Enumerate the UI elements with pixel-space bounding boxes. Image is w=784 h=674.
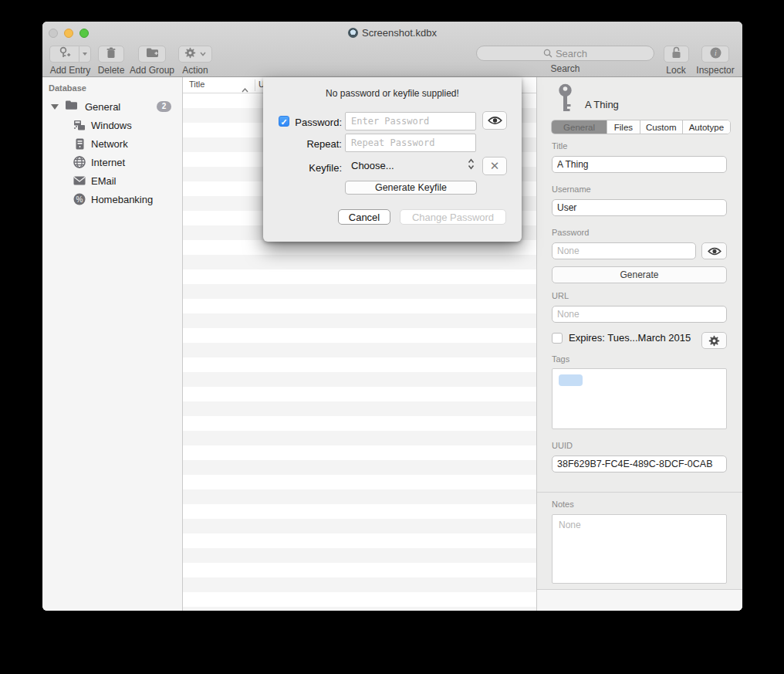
generate-password-button[interactable]: Generate	[552, 266, 727, 283]
delete-label: Delete	[98, 65, 125, 76]
lock-toolbar-item: Lock	[662, 46, 690, 76]
repeat-label: Repeat:	[265, 138, 342, 150]
search-icon	[543, 49, 553, 58]
inspector-button[interactable]: i	[701, 46, 729, 63]
folder-icon	[65, 100, 78, 113]
sidebar-item-label: General	[85, 101, 120, 113]
key-plus-icon	[59, 46, 71, 62]
eye-icon	[708, 247, 721, 256]
add-entry-dropdown[interactable]	[79, 46, 91, 63]
generate-keyfile-button[interactable]: Generate Keyfile	[345, 181, 477, 195]
cancel-button[interactable]: Cancel	[338, 209, 390, 225]
column-separator[interactable]	[255, 80, 255, 91]
add-entry-toolbar-item: Add Entry	[49, 46, 92, 76]
inspector-label: Inspector	[696, 65, 734, 76]
folder-plus-icon	[146, 47, 159, 61]
change-password-button[interactable]: Change Password	[400, 209, 506, 225]
svg-text:%: %	[76, 195, 83, 204]
tags-box[interactable]	[552, 368, 727, 429]
tab-general[interactable]: General	[552, 120, 607, 134]
add-entry-main[interactable]	[49, 46, 79, 63]
column-header-title[interactable]: Title	[189, 80, 204, 89]
password-field-label: Password	[552, 228, 589, 237]
uuid-field-label: UUID	[552, 441, 573, 450]
lock-open-icon	[671, 46, 682, 62]
action-toolbar-item: Action	[177, 46, 214, 76]
search-toolbar-item: Search Search	[476, 46, 654, 74]
sidebar-item-label: Network	[91, 138, 128, 150]
sidebar-item-internet[interactable]: Internet	[42, 153, 182, 171]
repeat-input[interactable]	[345, 134, 476, 152]
sheet-message: No password or keyfile supplied!	[263, 88, 522, 99]
disclosure-triangle-icon[interactable]	[51, 104, 59, 110]
tab-custom[interactable]: Custom	[640, 120, 683, 134]
add-group-label: Add Group	[130, 65, 174, 76]
inspector-tabs: General Files Custom Autotype	[551, 120, 731, 134]
entry-title: A Thing	[585, 99, 619, 110]
inspector-footer	[537, 590, 742, 611]
title-field-label: Title	[552, 141, 567, 151]
keyfile-popup[interactable]: Choose...	[351, 160, 394, 171]
expires-label: Expires: Tues...March 2015	[569, 332, 691, 344]
reveal-password-button[interactable]	[482, 111, 507, 130]
uuid-field[interactable]	[552, 456, 727, 472]
lock-label: Lock	[666, 65, 685, 76]
sidebar: Database General 2 Windows Network	[42, 77, 183, 611]
eye-icon	[488, 116, 502, 125]
sidebar-item-label: Windows	[91, 120, 132, 131]
entry-count-badge: 2	[157, 101, 171, 112]
tab-files[interactable]: Files	[607, 120, 640, 134]
search-label: Search	[550, 63, 580, 74]
tag-pill[interactable]	[559, 374, 583, 386]
expires-checkbox[interactable]	[552, 333, 563, 344]
add-group-button[interactable]	[138, 46, 166, 63]
sidebar-item-email[interactable]: EMail	[42, 171, 182, 190]
gear-icon	[184, 47, 196, 62]
divider	[537, 492, 742, 493]
sort-ascending-icon	[242, 82, 248, 96]
url-field[interactable]	[552, 306, 727, 323]
sidebar-item-label: Homebanking	[91, 194, 153, 205]
expires-settings-button[interactable]	[701, 332, 727, 349]
reveal-password-button[interactable]	[701, 242, 727, 259]
stepper-icon[interactable]	[468, 158, 475, 173]
change-password-sheet: No password or keyfile supplied! ✓ Passw…	[263, 77, 522, 242]
tab-autotype[interactable]: Autotype	[683, 120, 730, 134]
password-input[interactable]	[345, 112, 476, 130]
chevron-down-icon	[200, 52, 206, 56]
delete-toolbar-item: Delete	[95, 46, 127, 76]
lock-button[interactable]	[664, 46, 689, 63]
password-field[interactable]	[552, 242, 696, 259]
add-entry-button[interactable]	[49, 46, 91, 63]
delete-button[interactable]	[98, 46, 124, 63]
add-entry-label: Add Entry	[50, 65, 91, 76]
action-button[interactable]	[178, 46, 212, 63]
notes-box[interactable]: None	[552, 514, 727, 584]
sidebar-item-network[interactable]: Network	[42, 134, 182, 153]
svg-text:i: i	[715, 49, 717, 57]
clear-keyfile-button[interactable]: ✕	[482, 157, 507, 175]
search-input[interactable]: Search	[476, 46, 654, 61]
envelope-icon	[73, 176, 86, 185]
chevron-down-icon	[82, 52, 88, 56]
close-x-icon: ✕	[490, 159, 500, 173]
add-group-toolbar-item: Add Group	[127, 46, 177, 76]
title-field[interactable]	[552, 156, 727, 173]
gear-icon	[708, 335, 720, 347]
key-icon	[557, 83, 573, 117]
username-field[interactable]	[552, 199, 727, 216]
sidebar-item-windows[interactable]: Windows	[42, 116, 182, 134]
url-field-label: URL	[552, 291, 569, 300]
tags-label: Tags	[552, 354, 569, 364]
document-proxy-icon[interactable]	[348, 28, 358, 38]
sidebar-item-general[interactable]: General 2	[42, 98, 182, 115]
notes-placeholder: None	[553, 515, 726, 535]
globe-icon	[73, 156, 86, 168]
title-toolbar: Screenshot.kdbx Add Entry	[42, 22, 742, 77]
info-icon: i	[710, 47, 721, 62]
window-title: Screenshot.kdbx	[42, 27, 742, 39]
sidebar-section-header: Database	[49, 83, 86, 93]
inspector-toolbar-item: i Inspector	[693, 46, 738, 76]
notes-label: Notes	[552, 500, 574, 509]
sidebar-item-homebanking[interactable]: % Homebanking	[42, 190, 182, 208]
